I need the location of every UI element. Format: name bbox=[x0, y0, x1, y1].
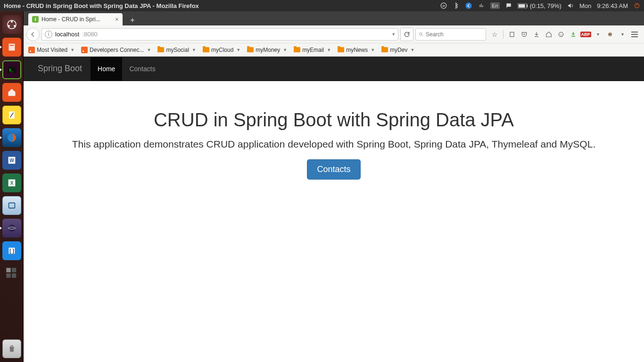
svg-text:X: X bbox=[10, 181, 13, 186]
svg-point-34 bbox=[559, 32, 563, 36]
keyboard-language-icon[interactable]: En bbox=[490, 2, 499, 9]
rss-icon bbox=[81, 47, 88, 53]
bookmark-mynews[interactable]: myNews ▼ bbox=[338, 47, 375, 53]
eclipse-icon[interactable] bbox=[2, 219, 21, 238]
clock-day[interactable]: Mon bbox=[579, 2, 591, 9]
bookmark-most-visited[interactable]: Most Visited ▼ bbox=[28, 47, 74, 53]
sync-indicator-icon[interactable] bbox=[465, 2, 472, 9]
text-editor-icon[interactable] bbox=[2, 106, 21, 124]
svg-rect-13 bbox=[9, 45, 14, 46]
dropdown-icon[interactable]: ▾ bbox=[392, 31, 395, 37]
chevron-down-icon[interactable]: ▾ bbox=[594, 32, 602, 37]
trash-icon[interactable] bbox=[2, 339, 21, 358]
folder-icon bbox=[338, 47, 344, 52]
hello-icon[interactable] bbox=[557, 31, 565, 38]
menu-button[interactable] bbox=[631, 32, 638, 37]
svg-rect-4 bbox=[527, 4, 528, 7]
chevron-down-icon: ▼ bbox=[327, 48, 331, 52]
chevron-down-icon: ▼ bbox=[283, 48, 287, 52]
svg-point-10 bbox=[8, 25, 10, 27]
home-folder-icon[interactable] bbox=[2, 83, 21, 102]
browser-tab-strip: Home - CRUD in Spri... × + bbox=[24, 11, 644, 25]
nav-home[interactable]: Home bbox=[91, 57, 122, 81]
volume-icon[interactable] bbox=[567, 2, 574, 9]
bookmark-mysocial[interactable]: mySocial ▼ bbox=[157, 47, 196, 53]
folder-icon bbox=[157, 47, 164, 52]
bookmark-label: mySocial bbox=[166, 47, 189, 53]
bookmark-label: Most Visited bbox=[37, 47, 67, 53]
workspace-switcher-icon[interactable] bbox=[2, 264, 21, 283]
chevron-down-icon[interactable]: ▾ bbox=[619, 32, 626, 37]
terminal-icon[interactable]: $_ bbox=[2, 60, 21, 79]
search-box[interactable] bbox=[415, 28, 486, 41]
folder-icon bbox=[381, 47, 388, 52]
url-port: :8080 bbox=[82, 31, 98, 38]
word-icon[interactable]: W bbox=[2, 151, 21, 170]
bookmark-myemail[interactable]: myEmail ▼ bbox=[294, 47, 331, 53]
reload-button[interactable] bbox=[400, 28, 413, 41]
svg-point-36 bbox=[561, 33, 562, 34]
bookmarks-toolbar: Most Visited ▼ Developers Connec... ▼ my… bbox=[24, 43, 644, 57]
download-manager-icon[interactable] bbox=[570, 31, 577, 38]
bookmark-label: Developers Connec... bbox=[90, 47, 144, 53]
navbar-brand[interactable]: Spring Boot bbox=[38, 64, 91, 74]
webpage-viewport: Spring Boot Home Contacts CRUD in Spring… bbox=[24, 57, 644, 362]
clock-time[interactable]: 9:26:43 AM bbox=[597, 2, 628, 9]
browser-nav-bar: i localhost:8080 ▾ ☆ bbox=[24, 25, 644, 43]
back-button[interactable] bbox=[26, 28, 40, 41]
greasemonkey-icon[interactable] bbox=[606, 31, 614, 38]
battery-text: (0:15, 79%) bbox=[530, 2, 561, 9]
rss-icon bbox=[28, 47, 35, 53]
network-icon[interactable] bbox=[478, 2, 485, 9]
firefox-icon[interactable] bbox=[2, 128, 21, 147]
files-icon[interactable] bbox=[2, 38, 21, 57]
bookmark-developers[interactable]: Developers Connec... ▼ bbox=[81, 47, 151, 53]
excel-icon[interactable]: X bbox=[2, 173, 21, 192]
contacts-button[interactable]: Contacts bbox=[307, 159, 360, 180]
tab-close-icon[interactable]: × bbox=[115, 16, 119, 23]
messaging-icon[interactable] bbox=[505, 2, 512, 9]
svg-point-9 bbox=[11, 21, 13, 23]
svg-point-40 bbox=[611, 33, 611, 34]
svg-point-23 bbox=[8, 225, 15, 232]
svg-text:W: W bbox=[9, 158, 14, 163]
chevron-down-icon: ▼ bbox=[192, 48, 196, 52]
tab-title: Home - CRUD in Spri... bbox=[41, 16, 100, 23]
svg-rect-29 bbox=[6, 273, 10, 278]
folder-icon bbox=[294, 47, 300, 52]
bluetooth-icon[interactable] bbox=[453, 2, 459, 9]
svg-point-2 bbox=[466, 2, 472, 8]
reading-list-icon[interactable] bbox=[508, 31, 516, 38]
svg-rect-37 bbox=[571, 35, 575, 36]
home-icon[interactable] bbox=[545, 31, 553, 38]
bookmark-mymoney[interactable]: myMoney ▼ bbox=[247, 47, 287, 53]
battery-icon[interactable]: (0:15, 79%) bbox=[518, 2, 561, 9]
chevron-down-icon: ▼ bbox=[410, 48, 414, 52]
nav-contacts[interactable]: Contacts bbox=[122, 57, 162, 81]
browser-tab[interactable]: Home - CRUD in Spri... × bbox=[28, 13, 123, 25]
adblock-icon[interactable]: ABP bbox=[582, 32, 589, 37]
dash-icon[interactable] bbox=[2, 15, 21, 34]
new-tab-button[interactable]: + bbox=[126, 15, 139, 25]
url-host: localhost bbox=[55, 31, 79, 38]
pocket-icon[interactable] bbox=[520, 31, 528, 38]
virtualbox-icon[interactable] bbox=[2, 196, 21, 215]
tab-favicon-icon bbox=[32, 16, 39, 23]
jumbotron: CRUD in Spring Boot with Spring Data JPA… bbox=[24, 81, 644, 189]
bookmark-star-icon[interactable]: ☆ bbox=[491, 31, 498, 38]
svg-point-35 bbox=[560, 33, 561, 34]
bookmark-mydev[interactable]: myDev ▼ bbox=[381, 47, 414, 53]
search-input[interactable] bbox=[426, 31, 483, 38]
page-lead: This application demonstrates CRUD appli… bbox=[66, 137, 602, 151]
site-info-icon[interactable]: i bbox=[45, 31, 52, 38]
search-icon bbox=[419, 32, 424, 37]
svg-rect-12 bbox=[8, 44, 15, 51]
downloads-icon[interactable] bbox=[533, 31, 540, 38]
qb-indicator-icon[interactable]: qb bbox=[440, 2, 447, 9]
bookmark-mycloud[interactable]: myCloud ▼ bbox=[203, 47, 240, 53]
url-bar[interactable]: i localhost:8080 ▾ bbox=[41, 28, 398, 41]
power-icon[interactable] bbox=[634, 2, 640, 9]
brackets-icon[interactable]: [ ] bbox=[2, 241, 21, 260]
svg-line-32 bbox=[422, 35, 423, 36]
svg-rect-28 bbox=[12, 268, 16, 272]
